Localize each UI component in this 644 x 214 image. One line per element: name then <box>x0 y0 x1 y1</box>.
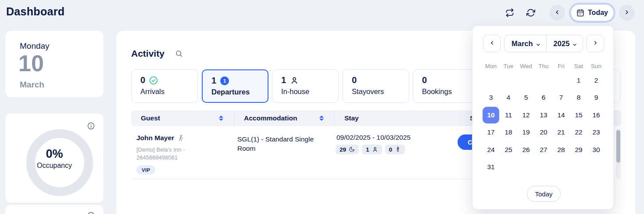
sidebar-next-card <box>5 205 104 214</box>
chevron-left-icon <box>489 40 495 47</box>
activity-card-stayovers[interactable]: 0 Stayovers <box>343 69 409 103</box>
calendar-day[interactable]: 5 <box>517 89 535 107</box>
stayovers-label: Stayovers <box>352 87 384 96</box>
calendar-day[interactable]: 29 <box>570 141 587 159</box>
next-day-button[interactable] <box>619 5 635 21</box>
column-header-guest[interactable]: Guest <box>131 110 234 126</box>
activity-title: Activity <box>131 48 165 59</box>
inhouse-count: 1 <box>281 75 286 85</box>
activity-card-inhouse[interactable]: 1 In-house <box>272 69 339 103</box>
calendar-day[interactable]: 18 <box>500 124 517 141</box>
calendar-day[interactable]: 2 <box>587 72 605 89</box>
calendar-day[interactable]: 28 <box>552 141 570 159</box>
sort-icon[interactable] <box>319 116 324 121</box>
calendar-day-empty <box>587 159 605 176</box>
chevron-right-icon <box>593 40 598 47</box>
departures-badge: 1 <box>220 76 229 85</box>
repeat-icon[interactable] <box>505 8 514 17</box>
calendar-day[interactable]: 16 <box>587 106 605 124</box>
calendar-day[interactable]: 12 <box>517 106 535 124</box>
info-icon[interactable] <box>87 212 95 214</box>
walking-person-icon <box>177 134 184 141</box>
calendar-day[interactable]: 31 <box>482 159 500 176</box>
arrivals-count: 0 <box>140 75 145 85</box>
activity-card-bookings[interactable]: 0 Bookings <box>413 69 479 103</box>
calendar-day[interactable]: 17 <box>482 124 500 141</box>
calendar-day[interactable]: 4 <box>500 89 517 107</box>
occupancy-card: 0% Occupancy <box>5 113 104 203</box>
calendar-day[interactable]: 25 <box>500 141 517 159</box>
moon-icon <box>349 146 355 152</box>
baby-icon <box>395 146 401 152</box>
year-select[interactable]: 2025 <box>547 35 583 52</box>
table-scrollbar-thumb[interactable] <box>616 130 620 163</box>
page-title: Dashboard <box>6 5 64 18</box>
stay-dates: 09/02/2025 - 10/03/2025 <box>336 134 411 141</box>
prev-day-button[interactable] <box>549 5 565 21</box>
column-header-stay: Stay <box>334 110 460 126</box>
calendar-day[interactable]: 26 <box>517 141 535 159</box>
nights-badge: 29 <box>336 145 359 154</box>
today-button-label: Today <box>588 9 608 17</box>
guest-name[interactable]: John Mayer <box>136 134 174 142</box>
calendar-today-button[interactable]: Today <box>527 186 561 202</box>
calendar-day-empty <box>517 72 535 89</box>
date-weekday: Monday <box>20 41 50 51</box>
calendar-day-empty <box>500 72 517 89</box>
vip-badge: VIP <box>136 165 155 174</box>
occupancy-label: Occupancy <box>37 162 72 170</box>
person-icon <box>372 146 378 152</box>
month-select[interactable]: March <box>504 35 547 52</box>
calendar-day[interactable]: 21 <box>552 124 570 141</box>
chevron-down-icon <box>572 41 577 46</box>
accommodation-cell: SGL(1) - Standard Single Room <box>237 134 323 153</box>
person-icon <box>290 76 299 85</box>
sort-icon[interactable] <box>219 116 223 121</box>
calendar-day[interactable]: 7 <box>552 89 570 107</box>
calendar-day-empty <box>500 159 517 176</box>
bookings-label: Bookings <box>422 87 452 96</box>
calendar-day[interactable]: 11 <box>500 106 517 124</box>
activity-card-departures[interactable]: 1 1 Departures <box>202 69 268 103</box>
calendar-day[interactable]: 15 <box>570 106 587 124</box>
calendar-day[interactable]: 20 <box>535 124 552 141</box>
calendar-day[interactable]: 19 <box>517 124 535 141</box>
calendar-day[interactable]: 14 <box>552 106 570 124</box>
children-badge: 0 <box>385 145 405 154</box>
calendar-day[interactable]: 27 <box>535 141 552 159</box>
calendar-day[interactable]: 10 <box>482 106 500 124</box>
calendar-day-empty <box>535 72 552 89</box>
check-circle-icon <box>149 76 158 85</box>
calendar-weekday-row: Mon Tue Wed Thu Fri Sat Sun <box>482 63 605 69</box>
today-button[interactable]: Today <box>571 4 614 21</box>
sync-icon[interactable] <box>526 8 535 17</box>
calendar-day[interactable]: 23 <box>587 124 605 141</box>
calendar-day[interactable]: 9 <box>587 89 605 107</box>
inhouse-label: In-house <box>281 87 309 96</box>
calendar-day[interactable]: 6 <box>535 89 552 107</box>
calendar-next-month-button[interactable] <box>587 35 604 52</box>
departures-label: Departures <box>211 88 250 96</box>
calendar-day[interactable]: 8 <box>570 89 587 107</box>
calendar-day[interactable]: 22 <box>570 124 587 141</box>
calendar-day-empty <box>482 72 500 89</box>
search-icon[interactable] <box>175 50 183 58</box>
calendar-icon <box>576 9 584 17</box>
calendar-day-empty <box>552 72 570 89</box>
calendar-day-empty <box>570 159 587 176</box>
date-month: March <box>20 80 44 90</box>
calendar-day[interactable]: 1 <box>570 72 587 89</box>
chevron-right-icon <box>624 9 630 17</box>
occupancy-value: 0% <box>46 147 63 161</box>
date-card: Monday 10 March <box>5 31 104 98</box>
calendar-day[interactable]: 3 <box>482 89 500 107</box>
arrivals-label: Arrivals <box>140 87 165 96</box>
activity-card-arrivals[interactable]: 0 Arrivals <box>131 69 198 103</box>
calendar-day[interactable]: 13 <box>535 106 552 124</box>
bookings-count: 0 <box>422 75 427 85</box>
calendar-day-empty <box>517 159 535 176</box>
calendar-prev-month-button[interactable] <box>483 35 501 52</box>
calendar-day[interactable]: 24 <box>482 141 500 159</box>
calendar-day[interactable]: 30 <box>587 141 605 159</box>
column-header-accommodation[interactable]: Accommodation <box>234 110 334 126</box>
